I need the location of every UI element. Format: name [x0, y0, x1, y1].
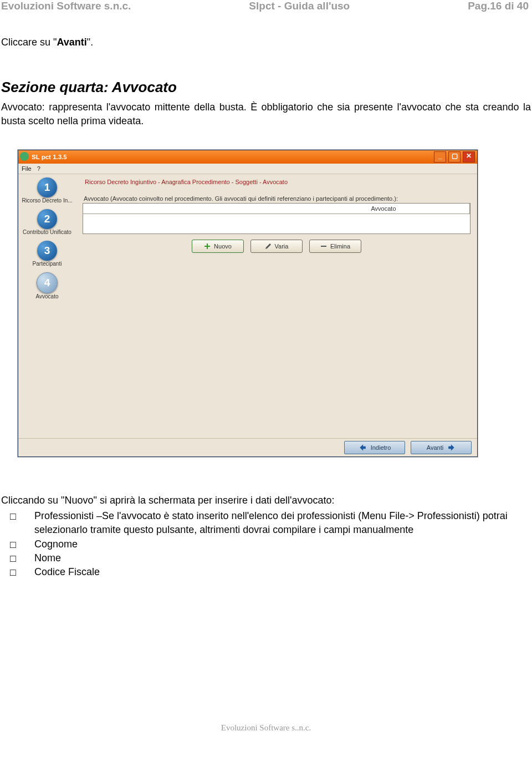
intro-paragraph: Cliccare su "Avanti". [0, 32, 532, 49]
varia-label: Varia [275, 243, 289, 250]
avvocato-table[interactable]: Avvocato [83, 203, 470, 234]
wizard-step-2[interactable]: 2 Contributo Unificato [18, 206, 76, 237]
menu-file[interactable]: File [22, 165, 32, 172]
arrow-right-icon [448, 444, 456, 451]
page-header: Evoluzioni Software s.n.c. Slpct - Guida… [0, 0, 532, 12]
step-ball-icon: 3 [37, 241, 57, 261]
wizard-sidebar: 1 Ricorso Decreto In... 2 Contributo Uni… [18, 174, 76, 438]
bullet-bold: Nome [34, 552, 61, 563]
section-title: Sezione quarta: Avvocato [0, 68, 532, 100]
avanti-button[interactable]: Avanti [411, 441, 472, 454]
menu-help[interactable]: ? [37, 165, 40, 172]
post-paragraph: Cliccando su "Nuovo" si aprirà la scherm… [0, 494, 532, 507]
step-ball-icon: 4 [37, 272, 58, 293]
window-title: SL pct 1.3.5 [32, 154, 67, 160]
list-item: Cognome [27, 537, 531, 551]
step-label: Avvocato [18, 293, 76, 299]
step-label: Partecipanti [18, 261, 76, 267]
intro-suffix: ". [87, 37, 93, 48]
intro-bold: Avanti [57, 37, 86, 48]
plus-icon [204, 243, 211, 250]
wizard-step-1[interactable]: 1 Ricorso Decreto In... [18, 174, 76, 206]
nuovo-button[interactable]: Nuovo [192, 240, 244, 253]
bullet-bold: Professionisti [34, 510, 94, 521]
indietro-label: Indietro [371, 444, 391, 451]
list-item: Professionisti –Se l'avvocato è stato in… [27, 509, 531, 537]
nuovo-label: Nuovo [214, 243, 232, 250]
breadcrumb: Ricorso Decreto Ingiuntivo - Anagrafica … [83, 179, 470, 195]
indietro-button[interactable]: Indietro [344, 441, 405, 454]
elimina-button[interactable]: Elimina [309, 240, 361, 253]
arrow-left-icon [359, 444, 366, 451]
post-bold: Nuovo [64, 495, 93, 506]
page-number: Pag.16 di 40 [468, 0, 529, 12]
elimina-label: Elimina [330, 243, 350, 250]
app-window: SL pct 1.3.5 _ ▢ ✕ File ? 1 Ricorso Decr… [18, 150, 478, 457]
step-label: Ricorso Decreto In... [18, 197, 76, 204]
list-item: Codice Fiscale [27, 565, 531, 579]
post-prefix: Cliccando su " [1, 495, 64, 506]
bullet-bold: Cognome [34, 539, 78, 550]
pencil-icon [265, 243, 272, 250]
step-label: Contributo Unificato [18, 229, 76, 235]
svg-rect-0 [321, 246, 326, 247]
maximize-button[interactable]: ▢ [448, 151, 461, 163]
document-title: Slpct - Guida all'uso [249, 0, 350, 12]
avanti-label: Avanti [427, 444, 443, 451]
close-button[interactable]: ✕ [463, 151, 475, 163]
post-suffix: " si aprirà la schermata per inserire i … [93, 495, 334, 506]
bullet-bold: Codice Fiscale [34, 566, 100, 577]
para-part1: rappresenta l'avvocato [45, 101, 155, 113]
section-paragraph: Avvocato: rappresenta l'avvocato mittent… [0, 100, 532, 128]
intro-prefix: Cliccare su " [1, 37, 57, 48]
title-bar: SL pct 1.3.5 _ ▢ ✕ [18, 150, 477, 164]
step-ball-icon: 2 [37, 209, 57, 229]
step-ball-icon: 1 [37, 177, 57, 197]
para-lead: Avvocato: [1, 101, 45, 113]
company-name: Evoluzioni Software s.n.c. [1, 0, 131, 12]
field-label: Avvocato (Avvocato coinvolto nel procedi… [83, 195, 470, 202]
minus-icon [320, 243, 327, 250]
page-footer: Evoluzioni Software s..n.c. [0, 723, 532, 733]
app-logo-icon [20, 152, 29, 161]
main-panel: Ricorso Decreto Ingiuntivo - Anagrafica … [76, 174, 477, 438]
bullet-rest: –Se l'avvocato è stato inserito nell'ele… [34, 510, 508, 535]
table-column-header: Avvocato [298, 204, 470, 214]
menu-bar: File ? [18, 164, 477, 174]
varia-button[interactable]: Varia [250, 240, 303, 253]
list-item: Nome [27, 551, 531, 565]
bullet-list: Professionisti –Se l'avvocato è stato in… [0, 509, 532, 579]
minimize-button[interactable]: _ [434, 151, 446, 163]
bottom-bar: Indietro Avanti [18, 438, 477, 456]
wizard-step-4[interactable]: 4 Avvocato [18, 269, 76, 302]
wizard-step-3[interactable]: 3 Partecipanti [18, 237, 76, 269]
